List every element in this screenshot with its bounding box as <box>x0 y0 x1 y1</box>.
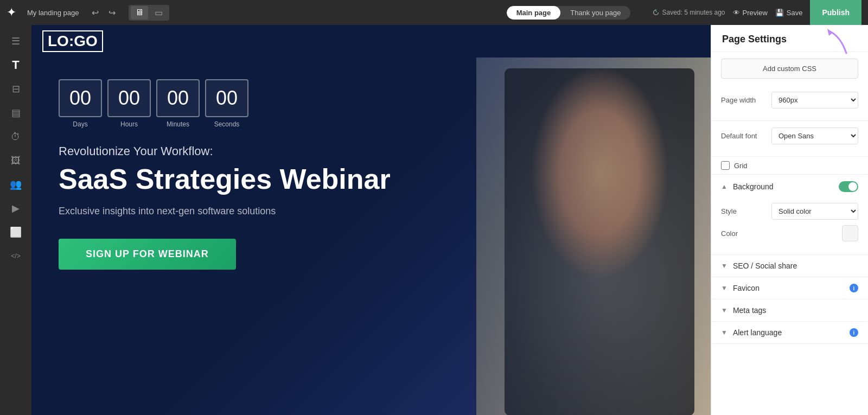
video-icon[interactable]: ▶ <box>5 197 27 219</box>
alert-language-title: Alert language <box>733 328 847 337</box>
page-width-row: Page width 960px 1200px 1440px Full widt… <box>721 92 858 108</box>
page-name: My landing page <box>27 9 79 17</box>
favicon-section-header[interactable]: ▼ Favicon i <box>711 277 868 299</box>
alert-language-chevron-icon: ▼ <box>721 329 727 336</box>
sections-icon[interactable]: ⬜ <box>5 221 27 243</box>
countdown-minutes: 00 Minutes <box>156 79 200 128</box>
style-select[interactable]: Solid color Gradient Image Video <box>771 203 858 220</box>
background-chevron-icon: ▲ <box>721 183 727 190</box>
grid-label: Grid <box>734 162 748 170</box>
countdown-hours: 00 Hours <box>107 79 151 128</box>
favicon-info-icon: i <box>850 284 858 292</box>
background-content: Style Solid color Gradient Image Video C… <box>711 199 868 254</box>
color-swatch[interactable] <box>842 225 858 241</box>
publish-button[interactable]: Publish <box>810 0 861 25</box>
alert-language-info-icon: i <box>850 328 858 337</box>
add-custom-css-button[interactable]: Add custom CSS <box>721 59 858 79</box>
text-icon[interactable]: T <box>5 54 27 76</box>
meta-tags-section: ▼ Meta tags <box>711 299 868 322</box>
seo-section: ▼ SEO / Social share <box>711 255 868 277</box>
countdown: 00 Days 00 Hours 00 <box>59 79 449 128</box>
undo-redo-group: ↩ ↪ <box>88 7 119 19</box>
style-label: Style <box>721 207 737 215</box>
meta-tags-chevron-icon: ▼ <box>721 307 727 314</box>
countdown-days-box: 00 <box>59 79 102 117</box>
lp-subtext: Exclusive insights into next-gen softwar… <box>59 206 449 217</box>
canvas-area: LO:GO 00 <box>31 25 711 415</box>
style-row: Style Solid color Gradient Image Video <box>721 203 858 220</box>
meta-tags-title: Meta tags <box>733 306 858 315</box>
tablet-view-button[interactable]: ▭ <box>150 6 167 20</box>
alert-language-section-header[interactable]: ▼ Alert language i <box>711 322 868 343</box>
countdown-minutes-box: 00 <box>156 79 200 117</box>
countdown-days: 00 Days <box>59 79 102 128</box>
lp-header: LO:GO <box>31 25 711 58</box>
page-width-section: Page width 960px 1200px 1440px Full widt… <box>711 85 868 121</box>
left-sidebar: ☰ T ⊟ ▤ ⏱ 🖼 👥 ▶ ⬜ </> <box>0 25 31 415</box>
seo-chevron-icon: ▼ <box>721 262 727 270</box>
page-width-select[interactable]: 960px 1200px 1440px Full width <box>771 92 858 108</box>
topbar: ✦ My landing page ↩ ↪ 🖥 ▭ Main page Than… <box>0 0 868 25</box>
seo-section-header[interactable]: ▼ SEO / Social share <box>711 255 868 277</box>
background-section: ▲ Background Style Solid color Gradient … <box>711 175 868 255</box>
page-width-label: Page width <box>721 96 756 104</box>
app-logo: ✦ <box>7 5 16 20</box>
elements-icon[interactable]: ▤ <box>5 102 27 124</box>
lp-headline: SaaS Strategies Webinar <box>59 164 449 195</box>
default-font-select[interactable]: Open Sans Roboto Lato Montserrat <box>771 127 858 144</box>
color-label: Color <box>721 229 738 238</box>
lp-cta-button[interactable]: SIGN UP FOR WEBINAR <box>59 239 236 270</box>
preview-button[interactable]: 👁 Preview <box>733 9 768 17</box>
background-section-header[interactable]: ▲ Background <box>711 175 868 199</box>
favicon-title: Favicon <box>733 284 847 292</box>
image-icon[interactable]: 🖼 <box>5 150 27 171</box>
countdown-seconds-box: 00 <box>205 79 248 117</box>
meta-tags-section-header[interactable]: ▼ Meta tags <box>711 299 868 321</box>
seo-title: SEO / Social share <box>733 261 858 270</box>
countdown-minutes-label: Minutes <box>167 120 189 128</box>
grid-checkbox[interactable] <box>721 161 730 170</box>
favicon-section: ▼ Favicon i <box>711 277 868 299</box>
saved-status: Saved: 5 minutes ago <box>652 9 725 16</box>
countdown-hours-box: 00 <box>107 79 151 117</box>
lp-hero: 00 Days 00 Hours 00 <box>31 58 711 415</box>
page-canvas: LO:GO 00 <box>31 25 711 415</box>
topbar-right: Saved: 5 minutes ago 👁 Preview 💾 Save Pu… <box>652 0 861 25</box>
save-button[interactable]: 💾 Save <box>775 9 803 17</box>
right-panel: Page Settings Add custom CSS Page width … <box>711 25 868 415</box>
main-page-tab[interactable]: Main page <box>507 6 561 20</box>
favicon-chevron-icon: ▼ <box>721 284 727 292</box>
desktop-view-button[interactable]: 🖥 <box>131 6 148 20</box>
lp-hero-content: 00 Days 00 Hours 00 <box>31 58 476 415</box>
grid-row: Grid <box>711 157 868 175</box>
panel-title: Page Settings <box>711 25 868 52</box>
device-switcher: 🖥 ▭ <box>129 5 169 21</box>
page-tabs: Main page Thank you page <box>507 6 631 20</box>
layout-icon[interactable]: ⊟ <box>5 78 27 100</box>
people-icon[interactable]: 👥 <box>5 174 27 195</box>
default-font-label: Default font <box>721 132 757 140</box>
countdown-seconds: 00 Seconds <box>205 79 248 128</box>
default-font-section: Default font Open Sans Roboto Lato Monts… <box>711 121 868 157</box>
alert-language-section: ▼ Alert language i <box>711 322 868 344</box>
hamburger-icon[interactable]: ☰ <box>5 30 27 52</box>
thankyou-page-tab[interactable]: Thank you page <box>560 6 630 20</box>
lp-logo: LO:GO <box>42 30 103 52</box>
color-row: Color <box>721 225 858 241</box>
lp-headline-sub: Revolutionize Your Workflow: <box>59 144 449 158</box>
main-area: ☰ T ⊟ ▤ ⏱ 🖼 👥 ▶ ⬜ </> LO:GO <box>0 25 868 415</box>
undo-button[interactable]: ↩ <box>88 7 102 19</box>
countdown-seconds-label: Seconds <box>214 120 240 128</box>
countdown-days-label: Days <box>73 120 87 128</box>
redo-button[interactable]: ↪ <box>105 7 119 19</box>
default-font-row: Default font Open Sans Roboto Lato Monts… <box>721 127 858 144</box>
countdown-hours-label: Hours <box>120 120 138 128</box>
timer-icon[interactable]: ⏱ <box>5 126 27 148</box>
background-toggle[interactable] <box>839 181 858 192</box>
background-title: Background <box>733 182 839 191</box>
code-icon[interactable]: </> <box>5 245 27 267</box>
